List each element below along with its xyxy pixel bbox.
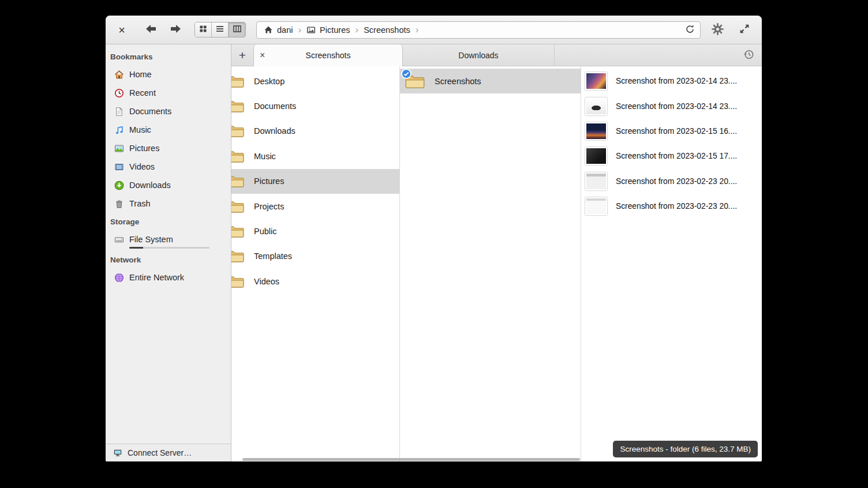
folder-row-public[interactable]: Public <box>231 219 399 243</box>
tab-downloads[interactable]: Downloads <box>403 44 555 66</box>
forward-arrow-icon <box>169 22 182 37</box>
sidebar: BookmarksHomeRecentDocumentsMusicPicture… <box>106 44 231 461</box>
folder-label: Screenshots <box>435 77 481 86</box>
column-pictures: Screenshots <box>400 66 581 461</box>
sidebar-item-label: Recent <box>129 88 156 97</box>
folder-row-music[interactable]: Music <box>231 144 399 168</box>
connect-server-button[interactable]: Connect Server… <box>106 444 231 461</box>
disk-usage-fill <box>129 247 143 249</box>
network-icon <box>114 273 124 283</box>
document-icon <box>114 107 124 117</box>
folder-label: Pictures <box>254 177 284 186</box>
gear-icon <box>710 22 725 38</box>
folder-icon <box>231 149 244 163</box>
trash-icon <box>114 199 124 209</box>
sidebar-section-bookmarks: Bookmarks <box>106 48 231 65</box>
sidebar-item-recent[interactable]: Recent <box>106 84 231 102</box>
sidebar-item-label: Documents <box>129 107 171 116</box>
folder-row-videos[interactable]: Videos <box>231 269 399 294</box>
breadcrumb-label: Pictures <box>320 25 350 35</box>
sidebar-item-documents[interactable]: Documents <box>106 102 231 121</box>
folder-row-templates[interactable]: Templates <box>231 244 399 269</box>
list-view-button[interactable] <box>212 22 229 37</box>
path-bar[interactable]: dani›Pictures›Screenshots› <box>256 21 701 39</box>
refresh-button[interactable] <box>682 22 698 38</box>
window-close-button[interactable]: × <box>114 21 130 39</box>
breadcrumb-pictures[interactable]: Pictures <box>302 22 354 38</box>
file-row[interactable]: Screenshot from 2023-02-15 17.... <box>581 144 762 168</box>
toolbar: × dani›Pictures›Screenshots› <box>106 16 762 44</box>
sidebar-item-label: Videos <box>129 162 155 171</box>
tab-history-button[interactable] <box>735 44 762 66</box>
status-tooltip: Screenshots - folder (6 files, 23.7 MB) <box>613 441 758 457</box>
settings-menu-button[interactable] <box>708 20 727 40</box>
file-label: Screenshot from 2023-02-23 20.... <box>616 177 737 186</box>
folder-row-screenshots[interactable]: Screenshots <box>400 69 581 93</box>
sidebar-item-file-system[interactable]: File System <box>106 230 231 249</box>
sidebar-item-downloads[interactable]: Downloads <box>106 176 231 194</box>
file-row[interactable]: Screenshot from 2023-02-15 16.... <box>581 119 762 144</box>
folder-label: Desktop <box>254 77 285 86</box>
file-row[interactable]: Screenshot from 2023-02-14 23.... <box>581 69 762 93</box>
column-view-button[interactable] <box>229 22 245 37</box>
folder-label: Downloads <box>254 126 295 136</box>
back-arrow-icon <box>144 22 158 37</box>
file-label: Screenshot from 2023-02-23 20.... <box>616 202 737 211</box>
tab-screenshots[interactable]: × Screenshots <box>253 44 403 66</box>
horizontal-scrollbar[interactable] <box>242 458 580 461</box>
breadcrumb-dani[interactable]: dani <box>259 22 297 38</box>
home-icon <box>114 70 124 80</box>
column-screenshots-files: Screenshot from 2023-02-14 23....Screens… <box>581 66 762 461</box>
folder-row-downloads[interactable]: Downloads <box>231 119 399 144</box>
file-row[interactable]: Screenshot from 2023-02-23 20.... <box>581 169 762 194</box>
sidebar-item-music[interactable]: Music <box>106 121 231 139</box>
folder-icon <box>231 74 244 88</box>
file-label: Screenshot from 2023-02-14 23.... <box>616 77 737 85</box>
crumb-pictures-icon <box>306 25 316 35</box>
breadcrumb-separator-icon: › <box>297 24 302 36</box>
fullscreen-button[interactable] <box>735 21 754 39</box>
file-thumbnail <box>585 72 607 90</box>
new-tab-button[interactable]: + <box>231 44 253 66</box>
recent-icon <box>114 88 124 98</box>
tab-close-button[interactable]: × <box>260 44 265 66</box>
file-manager-window: × dani›Pictures›Screenshots› BookmarksHo… <box>106 16 762 461</box>
tab-downloads-label: Downloads <box>458 51 498 60</box>
selected-check-badge-icon <box>401 69 411 79</box>
refresh-icon <box>685 24 695 36</box>
grid-view-button[interactable] <box>195 22 212 37</box>
forward-button[interactable] <box>167 21 184 39</box>
file-label: Screenshot from 2023-02-14 23.... <box>616 102 737 111</box>
filesystem-icon <box>114 235 124 245</box>
folder-icon <box>231 124 244 138</box>
sidebar-item-videos[interactable]: Videos <box>106 157 231 176</box>
music-icon <box>114 125 124 135</box>
sidebar-item-trash[interactable]: Trash <box>106 194 231 213</box>
column-home-folders: DesktopDocumentsDownloadsMusicPicturesPr… <box>231 66 400 461</box>
back-button[interactable] <box>143 21 160 39</box>
history-icon <box>743 49 754 62</box>
sidebar-item-pictures[interactable]: Pictures <box>106 139 231 157</box>
folder-row-documents[interactable]: Documents <box>231 93 399 118</box>
videos-icon <box>114 162 124 172</box>
breadcrumb-screenshots[interactable]: Screenshots <box>359 22 415 38</box>
miller-columns: DesktopDocumentsDownloadsMusicPicturesPr… <box>231 66 762 461</box>
sidebar-section-storage: Storage <box>106 213 231 230</box>
folder-row-desktop[interactable]: Desktop <box>231 69 399 93</box>
sidebar-item-label: Entire Network <box>129 273 184 282</box>
pictures-icon <box>114 144 124 153</box>
folder-row-pictures[interactable]: Pictures <box>231 169 399 194</box>
folder-row-projects[interactable]: Projects <box>231 194 399 219</box>
grid-view-icon <box>199 24 208 35</box>
file-row[interactable]: Screenshot from 2023-02-14 23.... <box>581 93 762 118</box>
view-switcher <box>194 22 246 37</box>
file-thumbnail <box>585 122 607 140</box>
sidebar-item-label: File System <box>129 235 173 244</box>
folder-icon <box>231 249 244 263</box>
file-row[interactable]: Screenshot from 2023-02-23 20.... <box>581 194 762 219</box>
folder-label: Projects <box>254 202 284 211</box>
breadcrumb-label: dani <box>277 25 293 35</box>
sidebar-item-entire-network[interactable]: Entire Network <box>106 268 231 287</box>
sidebar-item-home[interactable]: Home <box>106 65 231 84</box>
column-view-icon <box>233 24 242 35</box>
